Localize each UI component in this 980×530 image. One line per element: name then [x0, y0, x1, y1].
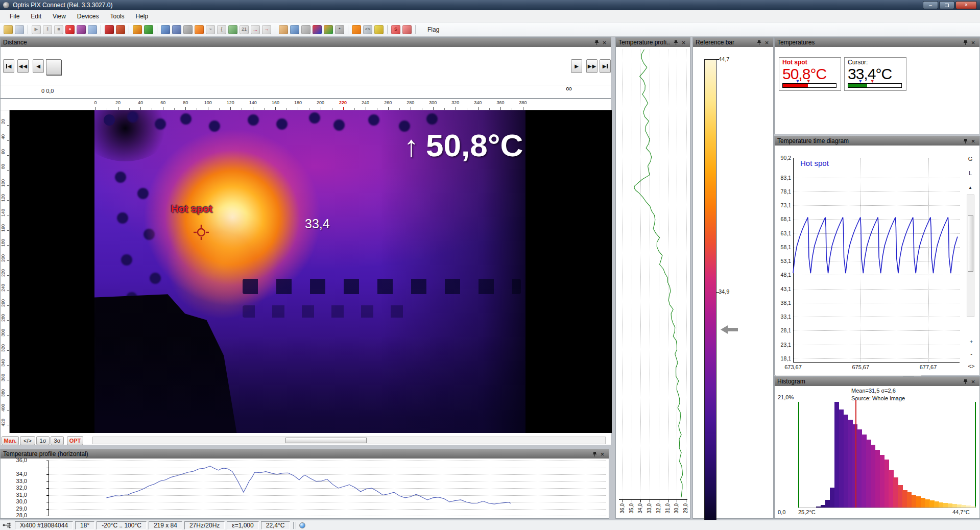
lamp-icon[interactable]	[299, 522, 305, 528]
toolbar-icon-colorbar-b[interactable]	[324, 25, 333, 34]
pin-icon[interactable]	[672, 39, 680, 46]
ruler-tick	[388, 107, 389, 110]
hot-spot-crosshair-icon[interactable]	[194, 225, 209, 242]
toolbar-icon-hand[interactable]	[279, 25, 288, 34]
image-scrollbar-thumb[interactable]	[285, 438, 367, 443]
close-icon[interactable]: ×	[599, 450, 606, 457]
toolbar-icon-record[interactable]: ●	[65, 25, 75, 34]
toolbar-icon-fullscreen[interactable]	[290, 25, 299, 34]
toolbar-icon-copy[interactable]	[88, 25, 97, 34]
fast-forward-button[interactable]: ▶▶	[586, 59, 597, 73]
time-diagram-vscrollbar[interactable]	[967, 195, 974, 317]
close-icon[interactable]: ×	[969, 39, 977, 46]
toolbar-icon-dots-red[interactable]: ...	[251, 25, 260, 34]
minimize-button[interactable]: –	[923, 1, 938, 9]
toolbar-icon-thermal-view-a[interactable]	[105, 25, 114, 34]
maximize-button[interactable]	[939, 1, 954, 9]
time-diagram-header[interactable]: Temperature time diagram ×	[775, 136, 979, 146]
toolbar-icon-range-orange[interactable]	[352, 25, 361, 34]
toolbar-icon-layout[interactable]	[161, 25, 170, 34]
distance-slider-track[interactable]	[1, 85, 611, 85]
menu-view[interactable]: View	[47, 11, 71, 21]
toolbar-icon-thermal-view-b[interactable]	[116, 25, 125, 34]
toolbar-icon-palette-cool[interactable]	[144, 25, 153, 34]
temperature-box-label: Hot spot	[782, 59, 838, 66]
close-icon[interactable]: ×	[763, 39, 771, 46]
image-horizontal-scrollbar[interactable]	[92, 437, 606, 444]
menu-devices[interactable]: Devices	[71, 11, 105, 21]
temperatures-header[interactable]: Temperatures ×	[775, 38, 979, 47]
toolbar-icon-split-view[interactable]: <>	[363, 25, 372, 34]
toolbar-icon-digits[interactable]: 21	[240, 25, 249, 34]
image-control-man[interactable]: Man.	[2, 436, 19, 445]
zoom-button-2[interactable]: <>	[966, 363, 977, 369]
close-icon[interactable]: ×	[601, 39, 608, 46]
skip-to-end-button[interactable]: ▶	[600, 59, 611, 73]
image-control-1[interactable]: 1σ	[36, 436, 50, 445]
skip-to-start-button[interactable]: ◀	[3, 59, 14, 73]
image-viewport[interactable]: Hot spot 33,4 ↑ 50,8°C	[10, 110, 612, 433]
histogram-header[interactable]: Histogram ×	[775, 377, 979, 386]
distance-slider-thumb[interactable]	[46, 59, 61, 75]
step-back-button[interactable]: ◀	[33, 59, 44, 73]
toolbar-icon-tools-gold[interactable]	[374, 25, 384, 34]
toolbar-icon-pause[interactable]: ‖	[43, 25, 52, 34]
flag-button[interactable]: Flag	[422, 25, 444, 34]
toolbar-icon-curve[interactable]: ~	[206, 25, 215, 34]
pin-icon[interactable]	[755, 39, 763, 46]
distance-panel-header[interactable]: Distance ×	[1, 38, 611, 47]
toolbar-icon-arrow-right[interactable]: →	[262, 25, 271, 34]
hprofile-header[interactable]: Temperature profile (horizontal) ×	[1, 449, 609, 459]
pin-icon[interactable]	[962, 39, 969, 46]
title-bar[interactable]: Optris PIX Connect (Rel. 3.3.3027.0) – ×	[0, 0, 980, 10]
close-icon[interactable]: ×	[969, 378, 977, 385]
toolbar-icon-snapshot[interactable]	[77, 25, 86, 34]
ruler-tick-label: 80	[183, 100, 188, 105]
image-control-opt[interactable]: OPT	[67, 436, 83, 445]
status-field-3: 219 x 84	[149, 521, 182, 529]
toolbar-icon-stop[interactable]: ■	[54, 25, 63, 34]
vprofile-header[interactable]: Temperature profi... ×	[616, 38, 690, 47]
ruler-minor-tick	[354, 108, 355, 110]
toolbar-icon-open-file[interactable]	[4, 25, 13, 34]
image-control-[interactable]: </>	[20, 436, 35, 445]
toolbar-icon-colorbar-a[interactable]	[313, 25, 322, 34]
vscroll-thumb[interactable]	[968, 215, 973, 272]
refbar-content: 44,7 34,9 25,2	[693, 47, 773, 518]
toolbar-icon-flame[interactable]	[195, 25, 204, 34]
toolbar-icon-save-colors[interactable]	[402, 25, 412, 34]
fast-rewind-button[interactable]: ◀◀	[17, 59, 29, 73]
histogram-xmax-label: 44,7°C	[952, 509, 970, 515]
step-forward-button[interactable]: ▶	[571, 59, 582, 73]
menu-file[interactable]: File	[4, 11, 25, 21]
pin-icon[interactable]	[962, 378, 969, 385]
close-button[interactable]: ×	[955, 1, 977, 9]
time-diagram-button-g[interactable]: G	[965, 156, 976, 162]
pin-icon[interactable]	[962, 137, 969, 144]
toolbar-icon-diagram[interactable]	[228, 25, 237, 34]
menu-tools[interactable]: Tools	[105, 11, 130, 21]
toolbar-icon-save-file[interactable]	[15, 25, 24, 34]
image-control-3[interactable]: 3σ	[51, 436, 64, 445]
toolbar-icon-gray-image[interactable]	[301, 25, 310, 34]
refbar-header[interactable]: Reference bar ×	[693, 38, 773, 47]
menu-help[interactable]: Help	[130, 11, 154, 21]
toolbar-icon-brace[interactable]: {	[217, 25, 226, 34]
zoom-button-0[interactable]: +	[966, 339, 977, 345]
toolbar-icon-play[interactable]: ▶	[32, 25, 41, 34]
reference-bar-arrow-icon[interactable]	[721, 325, 738, 334]
toolbar-icon-palette-warm[interactable]	[133, 25, 142, 34]
menu-edit[interactable]: Edit	[25, 11, 47, 21]
close-icon[interactable]: ×	[680, 39, 687, 46]
scroll-up-icon[interactable]: ▲	[965, 185, 976, 190]
toolbar-icon-settings[interactable]: *	[335, 25, 344, 34]
pin-icon[interactable]	[591, 450, 599, 457]
pin-icon[interactable]	[593, 39, 601, 46]
close-icon[interactable]: ×	[969, 137, 977, 144]
zoom-button-1[interactable]: -	[966, 351, 977, 357]
toolbar-icon-device-view[interactable]	[183, 25, 193, 34]
time-diagram-button-l[interactable]: L	[965, 170, 976, 176]
toolbar-icon-histogram-view[interactable]	[172, 25, 181, 34]
toolbar-icon-subtract[interactable]: S	[391, 25, 400, 34]
temperature-bar-fill	[783, 84, 808, 87]
